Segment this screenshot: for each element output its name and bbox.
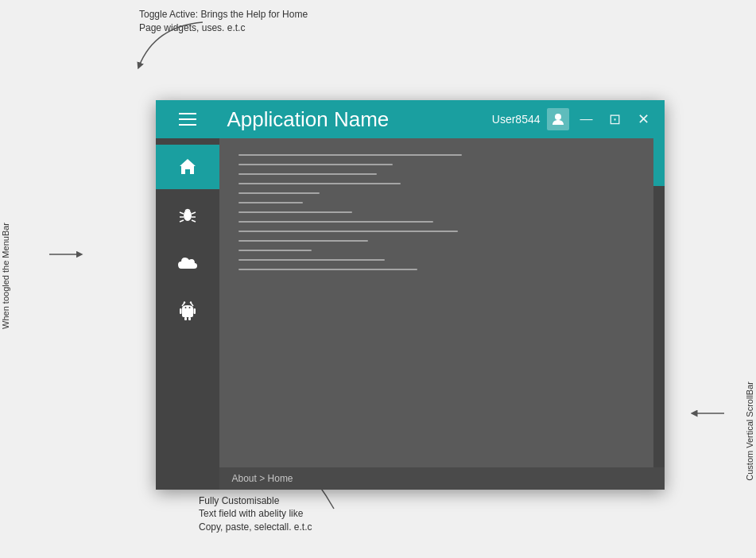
sidebar-item-cloud[interactable] [156, 240, 219, 285]
hamburger-icon [179, 113, 196, 126]
outer-container: Toggle Active: Brings the Help for Home … [0, 0, 756, 558]
text-line [238, 211, 352, 213]
content-wrapper: About > Home [219, 138, 665, 490]
close-button[interactable]: ✕ [633, 108, 655, 130]
text-line [238, 164, 394, 165]
app-title: Application Name [219, 107, 492, 132]
svg-point-1 [184, 210, 192, 221]
svg-rect-9 [188, 317, 191, 320]
app-window: Application Name User8544 — ⊡ ✕ [156, 100, 665, 490]
annotation-arrow-right [684, 389, 732, 437]
text-line [238, 183, 401, 184]
sidebar-item-android[interactable] [156, 288, 219, 332]
annotation-right: Custom Vertical ScrollBar [744, 382, 756, 481]
text-line [238, 250, 312, 251]
menu-toggle-button[interactable] [156, 100, 219, 138]
text-lines [238, 154, 646, 278]
android-icon [179, 300, 196, 320]
annotation-top: Toggle Active: Brings the Help for Home … [139, 8, 308, 35]
svg-point-17 [189, 301, 191, 303]
annotation-left: When toogled the MenuBar [0, 223, 12, 329]
annotation-bottom: Fully Customisable Text field with abeli… [199, 494, 312, 534]
status-bar: About > Home [219, 467, 665, 490]
svg-point-0 [555, 114, 561, 120]
svg-point-12 [184, 307, 186, 308]
text-line [238, 259, 385, 261]
username: User8544 [492, 113, 541, 126]
minimize-button[interactable]: — [576, 108, 598, 130]
svg-point-16 [183, 301, 184, 303]
title-bar-controls: User8544 — ⊡ ✕ [492, 108, 665, 130]
cloud-icon [176, 254, 199, 270]
sidebar-item-bug[interactable] [156, 192, 219, 237]
text-line [238, 221, 434, 223]
svg-point-13 [188, 307, 190, 308]
user-avatar-icon [547, 108, 569, 130]
annotation-arrow-left [41, 231, 89, 278]
text-line [238, 240, 369, 242]
svg-line-3 [192, 212, 196, 214]
title-bar: Application Name User8544 — ⊡ ✕ [156, 100, 665, 138]
sidebar [156, 138, 219, 490]
sidebar-item-home[interactable] [156, 145, 219, 189]
svg-rect-10 [180, 308, 182, 314]
text-line [238, 154, 463, 156]
svg-rect-8 [184, 317, 187, 320]
scrollbar-thumb[interactable] [653, 138, 665, 186]
text-line [238, 202, 304, 203]
restore-button[interactable]: ⊡ [604, 108, 626, 130]
bug-icon [177, 204, 198, 225]
custom-scrollbar[interactable] [653, 138, 665, 467]
text-line [238, 269, 417, 270]
text-line [238, 231, 458, 232]
content-area [219, 138, 665, 467]
svg-line-6 [180, 220, 184, 222]
user-info: User8544 [492, 108, 569, 130]
svg-rect-11 [193, 308, 196, 314]
text-line [238, 173, 377, 175]
main-area: About > Home [156, 138, 665, 490]
svg-line-2 [180, 212, 184, 214]
svg-line-7 [192, 220, 196, 222]
home-icon [177, 157, 198, 177]
breadcrumb: About > Home [232, 473, 293, 484]
text-line [238, 192, 320, 194]
